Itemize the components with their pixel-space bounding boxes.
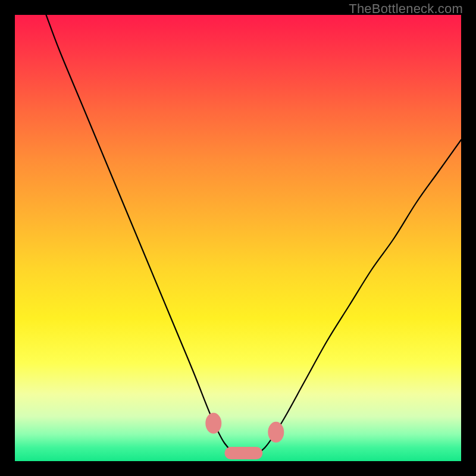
- plot-area: [15, 15, 461, 461]
- left-dot: [205, 413, 221, 434]
- bottleneck-curve: [46, 15, 462, 456]
- right-dot: [268, 422, 284, 443]
- valley-markers: [205, 413, 284, 459]
- watermark-text: TheBottleneck.com: [349, 1, 463, 17]
- valley-blob: [225, 447, 263, 459]
- curve-layer: [15, 15, 461, 461]
- chart-frame: TheBottleneck.com: [0, 0, 476, 476]
